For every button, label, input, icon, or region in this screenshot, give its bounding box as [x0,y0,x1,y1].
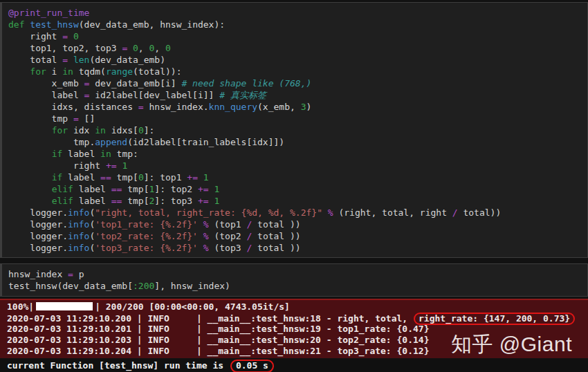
code-editor-panel: @print_run_timedef test_hnsw(dev_data_em… [0,2,588,258]
code-token: += [187,172,198,183]
code-token [198,231,203,241]
code-token: append [95,137,127,147]
code-line: for i in tqdm(range(total)): [8,66,583,77]
code-token: hnsw_index [8,269,68,279]
code-token: (right, total, right [333,207,452,218]
screenshot-root: @print_run_timedef test_hnsw(dev_data_em… [0,0,588,372]
code-token: p [73,269,84,279]
code-line: tmp = [] [8,113,583,124]
code-token [8,125,52,136]
code-token: label [8,90,84,100]
code-token: = [73,113,79,124]
code-token: idxs[ [106,125,138,136]
code-token: label [62,149,100,159]
code-token: (x_emb, [257,102,301,112]
code-token: == [111,184,122,194]
code-token: tmp. [8,137,95,147]
code-token: logger. [8,243,68,253]
code-token: test_hnsw(dev_data_emb[ [8,281,133,291]
code-snippet-panel: hnsw_index = ptest_hnsw(dev_data_emb[:20… [0,263,588,297]
code-token: info [68,207,89,218]
code-token: if [52,172,63,183]
log-text: 2020-07-03 11:29:10.203 | INFO | __main_… [7,335,429,345]
code-token [322,207,328,218]
code-token: def [8,19,30,30]
code-token: if [52,149,63,159]
code-token: idx [68,125,95,136]
code-token [68,55,73,65]
code-token: = [138,102,144,112]
code-token [8,149,52,159]
code-line: label = id2label[dev_label[i]] # 真实标签 [8,89,583,101]
code-token: tmp[ [122,184,149,194]
code-token [198,172,203,183]
runtime-line: current Function [test_hnsw] run time is… [0,359,588,372]
code-token: 0 [165,43,171,53]
code-token: info [68,231,89,241]
code-token [8,66,30,77]
code-token: [] [79,113,95,124]
code-line: elif label == tmp[1]: top2 += 1 [8,183,583,195]
code-token: 1 [122,160,127,171]
code-line: idxs, distances = hnsw_index.knn_query(x… [8,101,583,113]
code-token: :200 [133,281,154,291]
code-token: 0 [138,125,144,136]
code-token: label [73,196,111,206]
code-token: top1, top2, top3 [8,43,122,53]
code-token: logger. [8,207,68,218]
code-token: knn_query [209,102,257,112]
code-token: "right, total, right_rate: {%d, %d, %.2f… [95,207,322,218]
code-token: elif [52,184,73,194]
code-token: += [106,160,117,171]
code-token [8,184,52,194]
code-token: == [100,172,111,183]
code-token: (top3 [209,243,247,253]
code-token: @print_run_time [8,8,89,18]
runtime-highlight-box: 0.05 s [230,360,274,372]
code-token: logger. [8,231,68,241]
code-token: # need shape like (768,) [181,78,311,89]
code-token: in [95,125,106,136]
code-token: ]: top1 [144,172,187,183]
code-token: x_emb [8,78,84,89]
progress-percent: 100%| [7,301,34,312]
code-line: right = 0 [8,30,583,42]
code-line: @print_run_time [8,7,583,19]
code-token: 'top1_rate: {%.2f}' [95,219,198,230]
log-text: 2020-07-03 11:29:10.201 | INFO | __main_… [7,324,429,334]
code-token: total )) [252,231,300,241]
log-text: 2020-07-03 11:29:10.200 | INFO | __main_… [7,313,413,324]
highlight-oval: right_rate: {147, 200, 0.73} [414,313,575,325]
code-token: for [52,125,68,136]
code-token [8,172,52,183]
code-line: logger.info("right, total, right_rate: {… [8,207,583,218]
code-token: total [8,55,62,65]
code-line: hnsw_index = p [8,268,583,280]
code-token: (dev_data_emb) [89,55,165,65]
code-token: hnsw_index. [144,102,209,112]
code-token: right [8,160,106,171]
code-token: ]: top2 [154,184,198,194]
code-token: tmp[ [111,172,138,183]
log-line: 2020-07-03 11:29:10.200 | INFO | __main_… [7,313,588,324]
code-token: (total)): [133,66,181,77]
code-token [198,219,203,230]
code-token: dev_data_emb[i] [89,78,181,89]
code-token: = [62,31,68,41]
code-token: in [62,66,73,77]
code-token: 0 [133,43,138,53]
code-token [8,196,52,206]
code-token: ]: [144,125,155,136]
code-token: id2label[dev_label[i]] [89,90,219,100]
code-line: total = len(dev_data_emb) [8,54,583,66]
code-token: ]: top3 [154,196,198,206]
code-token: % [203,243,209,253]
code-token: += [198,196,209,206]
code-block-invocation: hnsw_index = ptest_hnsw(dev_data_emb[:20… [8,268,583,292]
code-block-function: @print_run_timedef test_hnsw(dev_data_em… [8,7,583,254]
code-token: label [73,184,111,194]
code-token: i [46,66,62,77]
zhihu-watermark: 知乎 @Giant [451,331,572,359]
code-token: logger. [8,219,68,230]
code-line: for idx in idxs[0]: [8,124,583,136]
